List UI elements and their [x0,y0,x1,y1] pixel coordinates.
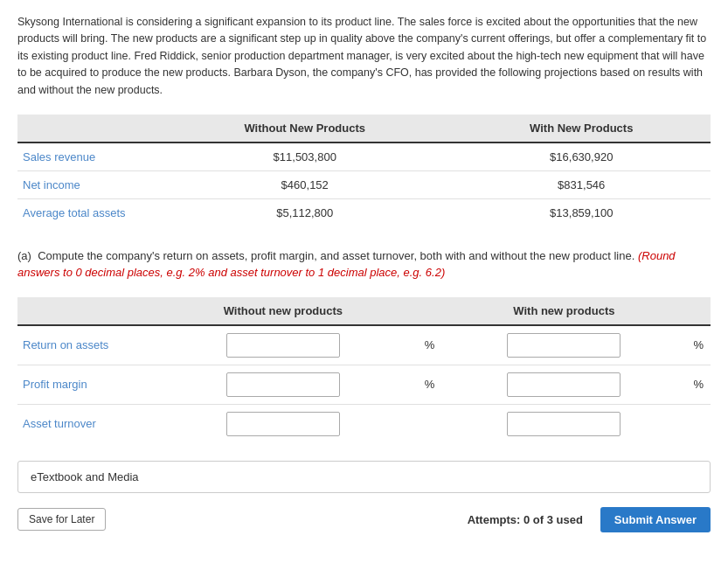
etextbook-label: eTextbook and Media [31,470,139,483]
intro-paragraph: Skysong International is considering a s… [17,14,711,99]
data-table: Without New Products With New Products S… [17,115,711,226]
answer-table-without-header: Without new products [149,297,418,325]
answer-row: Asset turnover [17,404,711,443]
without-input-2[interactable] [226,412,340,436]
with-input-1[interactable] [507,372,621,397]
answer-table-pct1-header [418,297,442,325]
etextbook-bar[interactable]: eTextbook and Media [17,461,711,493]
question-section: (a) Compute the company's return on asse… [17,247,711,282]
row-label: Average total assets [17,198,157,226]
save-button[interactable]: Save for Later [17,508,106,531]
pct-label: % [425,338,435,351]
row-without-value: $460,152 [157,170,452,198]
table-row: Net income $460,152 $831,546 [17,170,711,198]
pct-label: % [693,378,704,391]
answer-row: Return on assets % % [17,325,711,365]
pct-label: % [425,378,435,391]
answer-with-cell[interactable] [441,404,686,443]
submit-button[interactable]: Submit Answer [600,507,711,532]
row-label: Sales revenue [17,143,157,171]
footer-right: Attempts: 0 of 3 used Submit Answer [468,507,711,532]
answer-row: Profit margin % % [17,365,711,404]
pct-label: % [693,338,704,351]
pct-without-cell: % [418,365,442,404]
row-label: Net income [17,170,157,198]
data-table-without-header: Without New Products [157,115,452,143]
answer-table-pct2-header [686,297,711,325]
question-text: (a) Compute the company's return on asse… [17,247,711,282]
attempts-text: Attempts: 0 of 3 used [468,513,583,526]
pct-without-cell [418,404,442,443]
answer-row-label: Profit margin [17,365,149,404]
answer-table-empty-header [17,297,149,325]
answer-with-cell[interactable] [441,365,686,404]
with-input-0[interactable] [507,333,621,358]
with-input-2[interactable] [507,412,621,436]
row-with-value: $16,630,920 [452,143,711,171]
answer-row-label: Return on assets [17,325,149,365]
pct-with-cell: % [686,325,711,365]
data-table-empty-header [17,115,157,143]
answer-row-label: Asset turnover [17,404,149,443]
data-table-with-header: With New Products [452,115,711,143]
table-row: Average total assets $5,112,800 $13,859,… [17,198,711,226]
without-input-1[interactable] [226,372,340,397]
table-row: Sales revenue $11,503,800 $16,630,920 [17,143,711,171]
footer-bar: Save for Later Attempts: 0 of 3 used Sub… [17,504,711,536]
answer-without-cell[interactable] [149,365,418,404]
answer-table-with-header: With new products [441,297,686,325]
answer-with-cell[interactable] [441,325,686,365]
answer-table: Without new products With new products R… [17,297,711,443]
row-without-value: $5,112,800 [157,198,452,226]
row-with-value: $831,546 [452,170,711,198]
without-input-0[interactable] [226,333,340,358]
answer-without-cell[interactable] [149,404,418,443]
pct-with-cell: % [686,365,711,404]
pct-without-cell: % [418,325,442,365]
row-with-value: $13,859,100 [452,198,711,226]
answer-without-cell[interactable] [149,325,418,365]
row-without-value: $11,503,800 [157,143,452,171]
pct-with-cell [686,404,711,443]
